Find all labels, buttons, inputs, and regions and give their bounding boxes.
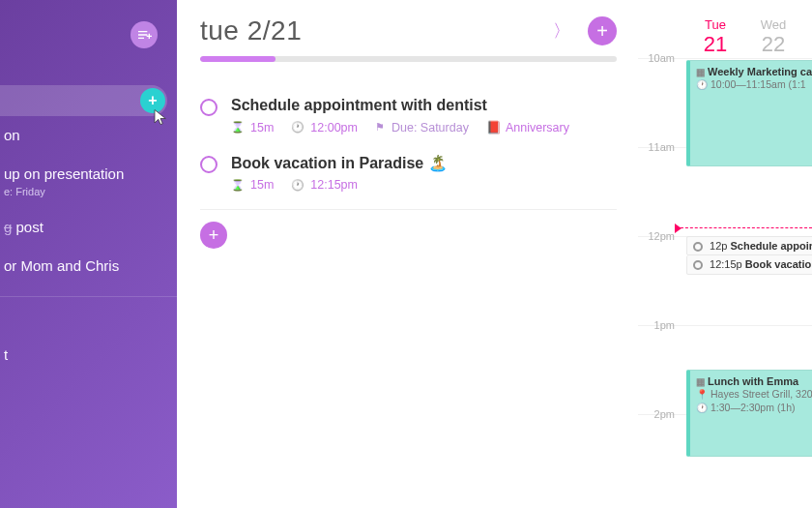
clock-icon (291, 121, 306, 134)
sidebar-divider (0, 296, 177, 297)
task-checkbox[interactable] (200, 99, 218, 116)
sidebar-item-label: t (4, 346, 8, 363)
add-task-inline-button[interactable]: + (200, 222, 227, 249)
task-dot-icon (693, 260, 703, 270)
task-divider (200, 209, 617, 210)
calendar-panel: Tue 21 Wed 22 Th 10am 11am 12pm 1pm 2pm … (638, 0, 812, 508)
task-title: Book vacation in Paradise 🏝️ (231, 154, 448, 172)
calendar-icon: ▦ (696, 67, 705, 77)
task-meta: 15m 12:00pm Due: Saturday 📕 Anniversary (231, 120, 569, 134)
sidebar-item[interactable]: g post (0, 208, 177, 247)
calendar-event[interactable]: 12p Schedule appoin (686, 236, 812, 255)
task-dot-icon (693, 242, 703, 252)
calendar-event[interactable]: ▦Weekly Marketing ca 🕐10:00—11:15am (1:1 (686, 60, 812, 166)
sidebar-item[interactable]: t (0, 336, 177, 374)
task-list: Schedule appointment with dentist 15m 12… (200, 91, 617, 249)
task-panel: tue 2/21 〉 + Schedule appointment with d… (177, 0, 638, 508)
task-meta: 15m 12:15pm (231, 178, 448, 192)
calendar-event[interactable]: ▦Lunch with Emma 📍Hayes Street Grill, 32… (686, 370, 812, 457)
task-row[interactable]: Schedule appointment with dentist 15m 12… (200, 91, 617, 148)
pin-icon: 📍 (696, 389, 708, 400)
sidebar-item[interactable]: or Mom and Chris (0, 247, 177, 285)
task-title: Schedule appointment with dentist (231, 97, 569, 114)
sidebar-item-selected[interactable]: + (0, 85, 167, 116)
next-day-button[interactable]: 〉 (553, 19, 570, 43)
sidebar-item-label: up on presentation (4, 165, 124, 182)
clock-icon: 🕐 (696, 79, 708, 90)
task-date: tue 2/21 (200, 15, 302, 46)
sidebar-item-due: e: Friday (4, 185, 163, 198)
new-list-icon[interactable] (130, 21, 158, 48)
flag-icon (375, 121, 388, 134)
day-progress (200, 56, 617, 62)
calendar-icon: ▦ (696, 376, 705, 387)
clock-icon (291, 179, 306, 192)
sidebar-item-label: on (4, 127, 20, 143)
sidebar-item[interactable]: up on presentation e: Friday (0, 155, 177, 209)
hourglass-icon (231, 121, 246, 134)
task-row[interactable]: Book vacation in Paradise 🏝️ 15m 12:15pm (200, 148, 617, 205)
sidebar-item[interactable]: on (0, 116, 177, 155)
sidebar: + on up on presentation e: Friday g post… (0, 0, 177, 508)
calendar-day[interactable]: Th (802, 17, 812, 57)
calendar-day[interactable]: Tue 21 (686, 17, 744, 57)
task-checkbox[interactable] (200, 156, 218, 173)
calendar-day[interactable]: Wed 22 (744, 17, 802, 57)
task-header: tue 2/21 〉 + (200, 15, 617, 46)
add-task-header-button[interactable]: + (588, 16, 617, 45)
day-progress-fill (200, 56, 276, 62)
clock-icon: 🕐 (696, 403, 708, 413)
sidebar-item-label: or Mom and Chris (4, 257, 119, 274)
hourglass-icon (231, 179, 246, 192)
calendar-events-col: ▦Weekly Marketing ca 🕐10:00—11:15am (1:1… (686, 58, 812, 508)
sidebar-item-label: post (12, 219, 44, 235)
calendar-event[interactable]: 12:15p Book vacation (686, 255, 812, 275)
